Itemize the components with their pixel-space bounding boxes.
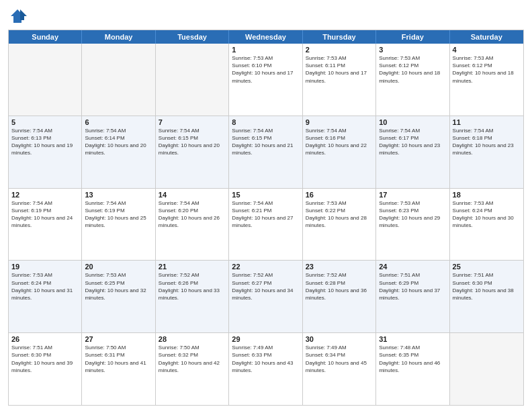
page-container: SundayMondayTuesdayWednesdayThursdayFrid… (0, 0, 532, 411)
day-cell: 11Sunrise: 7:54 AMSunset: 6:18 PMDayligh… (450, 116, 523, 188)
day-number: 27 (85, 335, 152, 343)
day-number: 29 (232, 335, 299, 343)
day-number: 26 (11, 335, 79, 343)
day-info: Sunrise: 7:54 AMSunset: 6:16 PMDaylight:… (306, 127, 373, 157)
day-cell: 9Sunrise: 7:54 AMSunset: 6:16 PMDaylight… (303, 116, 376, 188)
day-cell: 15Sunrise: 7:54 AMSunset: 6:21 PMDayligh… (229, 189, 302, 261)
day-info: Sunrise: 7:52 AMSunset: 6:26 PMDaylight:… (159, 271, 226, 302)
weekday-header: Monday (82, 30, 155, 44)
day-cell: 29Sunrise: 7:49 AMSunset: 6:33 PMDayligh… (229, 333, 302, 405)
day-cell: 7Sunrise: 7:54 AMSunset: 6:15 PMDaylight… (156, 116, 229, 188)
weekday-header: Sunday (9, 30, 82, 44)
day-cell: 26Sunrise: 7:51 AMSunset: 6:30 PMDayligh… (9, 333, 82, 405)
day-number: 14 (159, 191, 226, 199)
day-info: Sunrise: 7:54 AMSunset: 6:13 PMDaylight:… (11, 127, 79, 157)
day-cell: 17Sunrise: 7:53 AMSunset: 6:23 PMDayligh… (376, 189, 449, 261)
day-info: Sunrise: 7:48 AMSunset: 6:35 PMDaylight:… (379, 344, 446, 374)
day-cell: 21Sunrise: 7:52 AMSunset: 6:26 PMDayligh… (156, 261, 229, 332)
day-number: 2 (306, 46, 373, 54)
weekday-header: Thursday (303, 30, 376, 44)
day-info: Sunrise: 7:51 AMSunset: 6:30 PMDaylight:… (453, 271, 521, 302)
day-info: Sunrise: 7:49 AMSunset: 6:33 PMDaylight:… (232, 344, 299, 374)
empty-cell (156, 44, 229, 116)
calendar: SundayMondayTuesdayWednesdayThursdayFrid… (8, 30, 524, 406)
day-number: 4 (453, 46, 521, 54)
logo (8, 7, 30, 26)
day-cell: 1Sunrise: 7:53 AMSunset: 6:10 PMDaylight… (229, 44, 302, 116)
day-info: Sunrise: 7:50 AMSunset: 6:31 PMDaylight:… (85, 344, 152, 374)
day-cell: 30Sunrise: 7:49 AMSunset: 6:34 PMDayligh… (303, 333, 376, 405)
day-number: 28 (159, 335, 226, 343)
empty-cell (82, 44, 155, 116)
day-info: Sunrise: 7:53 AMSunset: 6:22 PMDaylight:… (306, 199, 373, 230)
day-info: Sunrise: 7:54 AMSunset: 6:15 PMDaylight:… (159, 127, 226, 157)
day-info: Sunrise: 7:53 AMSunset: 6:12 PMDaylight:… (379, 54, 446, 85)
calendar-row: 1Sunrise: 7:53 AMSunset: 6:10 PMDaylight… (9, 44, 523, 116)
day-number: 16 (306, 191, 373, 199)
day-number: 8 (232, 118, 299, 126)
calendar-row: 5Sunrise: 7:54 AMSunset: 6:13 PMDaylight… (9, 116, 523, 188)
weekday-header: Saturday (450, 30, 523, 44)
header (8, 7, 524, 26)
logo-icon (8, 7, 27, 26)
weekday-header: Tuesday (156, 30, 229, 44)
calendar-row: 26Sunrise: 7:51 AMSunset: 6:30 PMDayligh… (9, 332, 523, 405)
day-info: Sunrise: 7:53 AMSunset: 6:12 PMDaylight:… (453, 54, 521, 85)
day-number: 12 (11, 191, 79, 199)
day-number: 19 (11, 263, 79, 271)
day-info: Sunrise: 7:54 AMSunset: 6:19 PMDaylight:… (85, 199, 152, 230)
day-cell: 20Sunrise: 7:53 AMSunset: 6:25 PMDayligh… (82, 261, 155, 332)
day-cell: 3Sunrise: 7:53 AMSunset: 6:12 PMDaylight… (376, 44, 449, 116)
day-info: Sunrise: 7:54 AMSunset: 6:17 PMDaylight:… (379, 127, 446, 157)
day-number: 17 (379, 191, 446, 199)
day-info: Sunrise: 7:52 AMSunset: 6:27 PMDaylight:… (232, 271, 299, 302)
day-info: Sunrise: 7:54 AMSunset: 6:18 PMDaylight:… (453, 127, 521, 157)
calendar-row: 12Sunrise: 7:54 AMSunset: 6:19 PMDayligh… (9, 188, 523, 261)
day-info: Sunrise: 7:53 AMSunset: 6:25 PMDaylight:… (85, 271, 152, 302)
day-info: Sunrise: 7:53 AMSunset: 6:10 PMDaylight:… (232, 54, 299, 85)
day-number: 22 (232, 263, 299, 271)
day-cell: 28Sunrise: 7:50 AMSunset: 6:32 PMDayligh… (156, 333, 229, 405)
day-info: Sunrise: 7:54 AMSunset: 6:15 PMDaylight:… (232, 127, 299, 157)
day-number: 7 (159, 118, 226, 126)
day-number: 11 (453, 118, 521, 126)
day-number: 30 (306, 335, 373, 343)
calendar-header: SundayMondayTuesdayWednesdayThursdayFrid… (9, 30, 523, 44)
day-number: 23 (306, 263, 373, 271)
day-info: Sunrise: 7:49 AMSunset: 6:34 PMDaylight:… (306, 344, 373, 374)
day-cell: 18Sunrise: 7:53 AMSunset: 6:24 PMDayligh… (450, 189, 523, 261)
svg-marker-1 (20, 9, 27, 20)
calendar-body: 1Sunrise: 7:53 AMSunset: 6:10 PMDaylight… (9, 44, 523, 405)
day-number: 13 (85, 191, 152, 199)
day-number: 25 (453, 263, 521, 271)
day-cell: 6Sunrise: 7:54 AMSunset: 6:14 PMDaylight… (82, 116, 155, 188)
day-cell: 8Sunrise: 7:54 AMSunset: 6:15 PMDaylight… (229, 116, 302, 188)
day-number: 10 (379, 118, 446, 126)
day-number: 31 (379, 335, 446, 343)
day-info: Sunrise: 7:51 AMSunset: 6:30 PMDaylight:… (11, 344, 79, 374)
day-info: Sunrise: 7:53 AMSunset: 6:24 PMDaylight:… (11, 271, 79, 302)
day-cell: 19Sunrise: 7:53 AMSunset: 6:24 PMDayligh… (9, 261, 82, 332)
day-info: Sunrise: 7:54 AMSunset: 6:21 PMDaylight:… (232, 199, 299, 230)
day-number: 24 (379, 263, 446, 271)
day-cell: 14Sunrise: 7:54 AMSunset: 6:20 PMDayligh… (156, 189, 229, 261)
day-cell: 4Sunrise: 7:53 AMSunset: 6:12 PMDaylight… (450, 44, 523, 116)
weekday-header: Wednesday (229, 30, 302, 44)
day-cell: 10Sunrise: 7:54 AMSunset: 6:17 PMDayligh… (376, 116, 449, 188)
day-number: 21 (159, 263, 226, 271)
day-number: 5 (11, 118, 79, 126)
day-cell: 31Sunrise: 7:48 AMSunset: 6:35 PMDayligh… (376, 333, 449, 405)
day-cell: 23Sunrise: 7:52 AMSunset: 6:28 PMDayligh… (303, 261, 376, 332)
day-number: 9 (306, 118, 373, 126)
day-number: 3 (379, 46, 446, 54)
day-number: 20 (85, 263, 152, 271)
day-info: Sunrise: 7:54 AMSunset: 6:20 PMDaylight:… (159, 199, 226, 230)
day-cell: 13Sunrise: 7:54 AMSunset: 6:19 PMDayligh… (82, 189, 155, 261)
day-info: Sunrise: 7:54 AMSunset: 6:14 PMDaylight:… (85, 127, 152, 157)
day-info: Sunrise: 7:51 AMSunset: 6:29 PMDaylight:… (379, 271, 446, 302)
day-info: Sunrise: 7:52 AMSunset: 6:28 PMDaylight:… (306, 271, 373, 302)
day-cell: 5Sunrise: 7:54 AMSunset: 6:13 PMDaylight… (9, 116, 82, 188)
day-number: 6 (85, 118, 152, 126)
day-info: Sunrise: 7:53 AMSunset: 6:11 PMDaylight:… (306, 54, 373, 85)
empty-cell (450, 333, 523, 405)
